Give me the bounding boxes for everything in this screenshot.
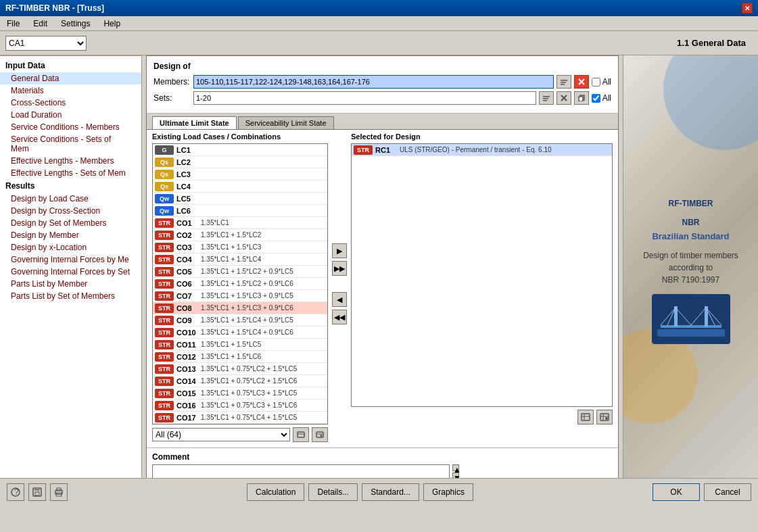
nav-parts-list-member[interactable]: Parts List by Member (0, 278, 141, 290)
nav-load-duration[interactable]: Load Duration (0, 109, 141, 121)
list-item[interactable]: STR CO6 1.35*LC1 + 1.5*LC2 + 0.9*LC6 (153, 278, 327, 290)
sets-all-check[interactable] (592, 94, 600, 103)
comment-scroll-up[interactable]: ▲ (452, 464, 459, 471)
nav-materials[interactable]: Materials (0, 84, 141, 97)
list-item[interactable]: STR CO10 1.35*LC1 + 1.5*LC4 + 0.9*LC6 (153, 327, 327, 339)
menu-edit[interactable]: Edit (29, 18, 51, 30)
nav-governing-set[interactable]: Governing Internal Forces by Set (0, 266, 141, 278)
badge-qs: Qs (155, 170, 174, 179)
design-of-title: Design of (153, 62, 611, 71)
help-btn[interactable]: ? (7, 483, 24, 501)
panel-title: 1.1 General Data (670, 34, 753, 52)
main-content: Input Data General Data Materials Cross-… (0, 55, 758, 505)
svg-rect-12 (582, 414, 590, 420)
lc-filter-dropdown[interactable]: All (64) (152, 428, 290, 441)
selected-lc-header: Selected for Design (351, 132, 613, 141)
move-all-right-btn[interactable]: ▶▶ (332, 261, 347, 276)
nav-service-cond-members[interactable]: Service Conditions - Members (0, 121, 141, 133)
nav-design-load-case[interactable]: Design by Load Case (0, 193, 141, 205)
selected-lc-list[interactable]: STR RC1 ULS (STR/GEO) - Permanent / tran… (351, 143, 613, 407)
list-item[interactable]: STR CO3 1.35*LC1 + 1.5*LC3 (153, 241, 327, 253)
move-right-btn[interactable]: ▶ (332, 243, 347, 258)
nav-governing-member[interactable]: Governing Internal Forces by Me (0, 253, 141, 266)
nav-design-cross-section[interactable]: Design by Cross-Section (0, 205, 141, 217)
tab-sls[interactable]: Serviceability Limit State (238, 116, 334, 129)
list-item[interactable]: Qs LC2 (153, 156, 327, 168)
nav-design-x-location[interactable]: Design by x-Location (0, 241, 141, 253)
comment-scroll-down[interactable]: ▼ (452, 473, 459, 478)
close-button[interactable]: ✕ (742, 3, 753, 14)
menu-settings[interactable]: Settings (57, 18, 94, 30)
badge-str: STR (155, 267, 174, 276)
list-item[interactable]: STR CO1 1.35*LC1 (153, 217, 327, 229)
badge-str: STR (155, 291, 174, 301)
members-all-check[interactable] (592, 78, 600, 87)
menu-help[interactable]: Help (99, 18, 124, 30)
move-left-btn[interactable]: ◀ (332, 292, 347, 307)
comment-textarea[interactable] (152, 464, 450, 478)
badge-str: STR (354, 145, 373, 155)
nav-parts-list-set[interactable]: Parts List by Set of Members (0, 290, 141, 302)
brand-logo-line1: RF-TIMBER (643, 189, 738, 210)
nav-eff-lengths-sets[interactable]: Effective Lengths - Sets of Mem (0, 167, 141, 179)
members-select-btn[interactable] (556, 75, 571, 89)
list-item[interactable]: STR CO15 1.35*LC1 + 0.75*LC3 + 1.5*LC5 (153, 387, 327, 400)
badge-qs: Qs (155, 158, 174, 167)
list-item[interactable]: Qs LC3 (153, 168, 327, 180)
list-item[interactable]: STR CO14 1.35*LC1 + 0.75*LC2 + 1.5*LC6 (153, 375, 327, 387)
list-item[interactable]: Qw LC5 (153, 193, 327, 205)
lc-icon-btn2[interactable] (312, 427, 328, 442)
standard-btn[interactable]: Standard... (362, 483, 419, 501)
list-item[interactable]: STR CO17 1.35*LC1 + 0.75*LC4 + 1.5*LC5 (153, 412, 327, 424)
nav-design-set-members[interactable]: Design by Set of Members (0, 217, 141, 229)
svg-line-32 (691, 308, 706, 325)
members-input[interactable] (193, 75, 554, 89)
list-item[interactable]: G LC1 (153, 144, 327, 156)
bottom-bar: ? Calculation Details... Standard... Gra… (0, 478, 758, 505)
print-btn[interactable] (50, 483, 68, 501)
details-btn[interactable]: Details... (308, 483, 358, 501)
list-item[interactable]: STR CO9 1.35*LC1 + 1.5*LC4 + 0.9*LC5 (153, 314, 327, 327)
main-panel: Design of Members: All (142, 55, 623, 478)
nav-eff-lengths-members[interactable]: Effective Lengths - Members (0, 155, 141, 167)
svg-rect-24 (661, 325, 721, 328)
sets-input[interactable] (193, 91, 536, 105)
members-clear-btn[interactable] (574, 75, 589, 89)
list-item[interactable]: STR CO12 1.35*LC1 + 1.5*LC6 (153, 351, 327, 363)
menu-file[interactable]: File (3, 18, 24, 30)
list-item[interactable]: STR CO7 1.35*LC1 + 1.5*LC3 + 0.9*LC5 (153, 290, 327, 302)
selected-item-rc1[interactable]: STR RC1 ULS (STR/GEO) - Permanent / tran… (352, 144, 612, 156)
list-item[interactable]: STR CO5 1.35*LC1 + 1.5*LC2 + 0.9*LC5 (153, 266, 327, 278)
nav-service-cond-sets[interactable]: Service Conditions - Sets of Mem (0, 133, 141, 155)
list-item[interactable]: STR CO16 1.35*LC1 + 0.75*LC3 + 1.5*LC6 (153, 400, 327, 412)
list-item[interactable]: Qw LC6 (153, 205, 327, 217)
sets-clear-btn[interactable] (556, 91, 571, 105)
members-all-checkbox[interactable]: All (592, 77, 611, 87)
graphics-btn[interactable]: Graphics (423, 483, 473, 501)
list-item-co8[interactable]: STR CO8 1.35*LC1 + 1.5*LC3 + 0.9*LC6 (153, 302, 327, 314)
list-item[interactable]: STR CO4 1.35*LC1 + 1.5*LC4 (153, 253, 327, 266)
tab-uls[interactable]: Ultimate Limit State (152, 116, 237, 130)
members-row: Members: All (153, 75, 611, 89)
list-item[interactable]: Qs LC4 (153, 180, 327, 193)
existing-lc-list[interactable]: G LC1 Qs LC2 Qs LC3 (152, 143, 328, 425)
list-item[interactable]: STR CO11 1.35*LC1 + 1.5*LC5 (153, 339, 327, 351)
list-item[interactable]: STR CO13 1.35*LC1 + 0.75*LC2 + 1.5*LC5 (153, 363, 327, 375)
cancel-btn[interactable]: Cancel (704, 483, 751, 501)
move-all-left-btn[interactable]: ◀◀ (332, 310, 347, 324)
lc-icon-btn1[interactable] (293, 427, 309, 442)
nav-design-member[interactable]: Design by Member (0, 229, 141, 241)
ok-btn[interactable]: OK (653, 483, 700, 501)
rhs-icon-btn1[interactable] (577, 410, 594, 425)
list-item[interactable]: STR CO2 1.35*LC1 + 1.5*LC2 (153, 229, 327, 241)
calculation-btn[interactable]: Calculation (247, 483, 304, 501)
sets-select-btn[interactable] (539, 91, 554, 105)
nav-general-data[interactable]: General Data (0, 72, 141, 84)
sets-all-checkbox[interactable]: All (592, 93, 611, 103)
sets-copy-btn[interactable] (574, 91, 589, 105)
save-btn[interactable] (28, 483, 46, 501)
nav-cross-sections[interactable]: Cross-Sections (0, 97, 141, 109)
svg-point-18 (605, 417, 608, 420)
ca-dropdown[interactable]: CA1 (5, 36, 87, 51)
rhs-icon-btn2[interactable] (596, 410, 613, 425)
